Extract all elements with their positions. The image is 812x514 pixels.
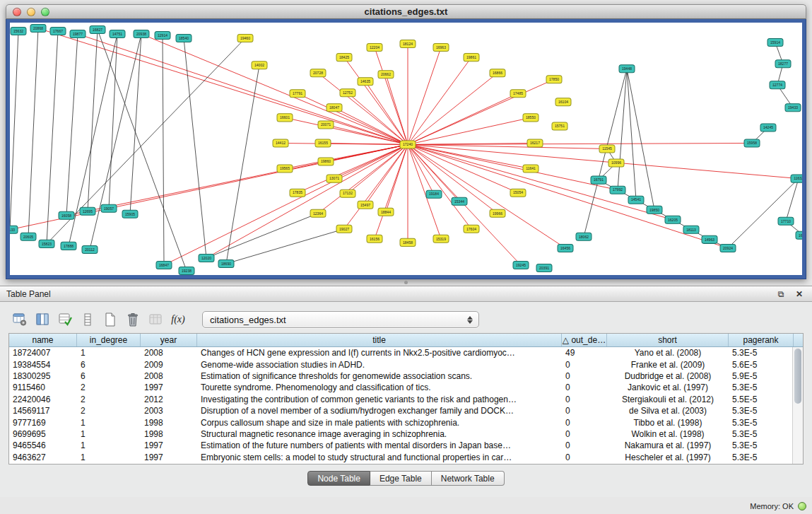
- graph-node[interactable]: 12020: [199, 254, 214, 262]
- graph-edge[interactable]: [386, 144, 408, 211]
- graph-node[interactable]: 17992: [610, 186, 625, 194]
- import-table-button[interactable]: [146, 310, 165, 329]
- graph-node[interactable]: 14635: [358, 78, 373, 86]
- column-header-year[interactable]: year: [141, 334, 197, 346]
- minimize-window-button[interactable]: [27, 8, 35, 16]
- network-svg[interactable]: 1724016217185501748516866198611696318124…: [10, 23, 802, 275]
- graph-edge[interactable]: [408, 73, 498, 144]
- graph-node[interactable]: 18540: [176, 35, 192, 42]
- tab-network-table[interactable]: Network Table: [432, 471, 505, 486]
- graph-node[interactable]: 11641: [523, 165, 539, 173]
- table-options-button[interactable]: [10, 310, 30, 329]
- graph-edge[interactable]: [66, 144, 408, 215]
- graph-node[interactable]: 19245: [513, 261, 529, 269]
- graph-edge[interactable]: [298, 93, 408, 144]
- graph-node[interactable]: 17888: [61, 242, 76, 250]
- graph-node[interactable]: 16866: [490, 69, 505, 77]
- graph-edge[interactable]: [627, 69, 636, 200]
- graph-node[interactable]: 16155: [315, 139, 331, 147]
- graph-node[interactable]: 17667: [50, 28, 66, 35]
- graph-edge[interactable]: [285, 117, 408, 144]
- graph-node[interactable]: 15497: [358, 201, 373, 209]
- table-vertical-scrollbar[interactable]: [792, 347, 803, 464]
- graph-node[interactable]: 20112: [82, 245, 98, 253]
- graph-node[interactable]: 20728: [310, 69, 326, 77]
- graph-edge[interactable]: [408, 57, 471, 144]
- graph-node[interactable]: 18124: [400, 40, 416, 48]
- graph-node[interactable]: 16791: [591, 176, 606, 184]
- graph-node[interactable]: 19433: [785, 104, 801, 112]
- graph-edge[interactable]: [47, 38, 245, 244]
- graph-edge[interactable]: [627, 69, 654, 210]
- graph-edge[interactable]: [298, 144, 408, 192]
- close-panel-icon[interactable]: ✕: [793, 288, 806, 300]
- graph-node[interactable]: 17791: [290, 90, 305, 98]
- graph-node[interactable]: 10996: [608, 159, 624, 167]
- graph-node[interactable]: 16963: [433, 44, 449, 52]
- graph-edge[interactable]: [408, 144, 728, 247]
- graph-edge[interactable]: [365, 81, 408, 144]
- table-row[interactable]: 969969511998Structural magnetic resonanc…: [9, 428, 803, 440]
- graph-node[interactable]: 15914: [767, 39, 783, 47]
- graph-edge[interactable]: [344, 144, 408, 228]
- graph-node[interactable]: 14245: [760, 124, 776, 132]
- graph-node[interactable]: 16827: [90, 26, 105, 34]
- graph-node[interactable]: 19133: [10, 226, 18, 233]
- graph-node[interactable]: 19966: [490, 209, 505, 217]
- graph-node[interactable]: 19448: [619, 65, 635, 73]
- graph-node[interactable]: 15632: [11, 28, 26, 35]
- graph-node[interactable]: 18062: [576, 233, 592, 240]
- graph-edge[interactable]: [386, 74, 408, 144]
- column-header-in_degree[interactable]: in_degree: [77, 334, 141, 346]
- graph-node[interactable]: 16205: [665, 216, 681, 223]
- graph-edge[interactable]: [408, 144, 607, 148]
- graph-node[interactable]: 18458: [400, 238, 416, 246]
- graph-node[interactable]: 13071: [326, 175, 342, 182]
- row-height-button[interactable]: [78, 310, 98, 329]
- graph-node[interactable]: 18425: [336, 54, 352, 62]
- graph-node[interactable]: 16456: [558, 244, 573, 252]
- graph-node[interactable]: 14412: [273, 139, 288, 147]
- graph-node[interactable]: 19860: [318, 158, 334, 165]
- graph-edge[interactable]: [10, 31, 18, 230]
- graph-edge[interactable]: [408, 144, 618, 189]
- graph-node[interactable]: 18550: [523, 114, 539, 122]
- graph-edge[interactable]: [28, 28, 38, 237]
- graph-edge[interactable]: [226, 65, 259, 264]
- graph-node[interactable]: 17710: [778, 217, 794, 225]
- graph-node[interactable]: 20605: [20, 233, 36, 240]
- graph-node[interactable]: 11632: [791, 175, 802, 182]
- graph-node[interactable]: 19057: [101, 204, 117, 212]
- graph-node[interactable]: 15319: [433, 235, 449, 243]
- select-rows-button[interactable]: [55, 310, 75, 329]
- graph-node[interactable]: 14541: [628, 196, 644, 204]
- create-column-button[interactable]: [100, 310, 120, 329]
- graph-node[interactable]: 19861: [464, 54, 479, 62]
- table-row[interactable]: 2242004622012Investigating the contribut…: [9, 394, 803, 405]
- graph-node[interactable]: 17835: [290, 189, 305, 197]
- graph-node[interactable]: 17850: [546, 76, 562, 83]
- table-row[interactable]: 946554611997Estimation of the future num…: [9, 440, 803, 451]
- panel-splitter[interactable]: [0, 279, 812, 286]
- graph-node[interactable]: 11545: [599, 145, 615, 153]
- graph-node[interactable]: 12752: [340, 89, 355, 97]
- graph-node[interactable]: 18113: [683, 226, 699, 233]
- table-selector-combobox[interactable]: citations_edges.txt: [202, 311, 479, 328]
- graph-node[interactable]: 20938: [134, 30, 149, 38]
- table-row[interactable]: 1830029562008Estimation of significance …: [9, 370, 803, 382]
- graph-node[interactable]: 14751: [110, 30, 125, 38]
- delete-column-button[interactable]: [123, 310, 143, 329]
- table-row[interactable]: 911546021997Tourette syndrome. Phenomeno…: [9, 382, 803, 393]
- graph-node[interactable]: 19460: [237, 35, 253, 42]
- graph-node[interactable]: 16217: [527, 139, 543, 147]
- graph-edge[interactable]: [226, 229, 344, 264]
- function-builder-button[interactable]: f(x): [168, 310, 188, 329]
- graph-node[interactable]: 17132: [340, 189, 355, 197]
- graph-node[interactable]: 18844: [378, 208, 394, 216]
- graph-node[interactable]: 14963: [702, 235, 717, 243]
- tab-edge-table[interactable]: Edge Table: [370, 471, 432, 486]
- graph-node[interactable]: 19850: [647, 206, 662, 214]
- table-row[interactable]: 977716911998Corpus callosum shape and si…: [9, 416, 803, 428]
- graph-node[interactable]: 15823: [39, 240, 54, 247]
- graph-edge[interactable]: [78, 34, 408, 144]
